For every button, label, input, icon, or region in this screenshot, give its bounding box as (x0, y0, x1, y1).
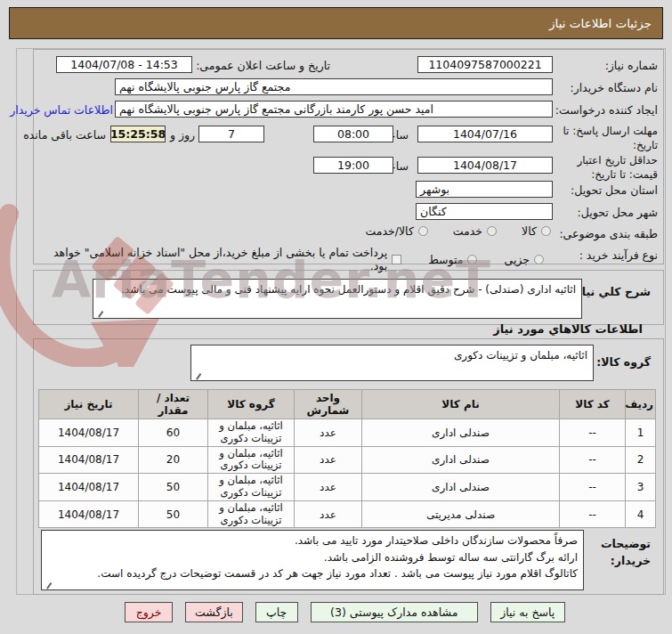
need-description-textarea[interactable]: اثاثیه اداری (صندلی) - شرح دقیق اقلام و … (93, 279, 582, 319)
table-row: 1 -- صندلی اداری عدد اثاثیه، مبلمان و تز… (39, 419, 656, 447)
items-table-header-row: ردیف کد کالا نام کالا واحد شمارش گروه کا… (39, 390, 656, 419)
option-medium: متوسط (428, 253, 477, 266)
buyer-notes-textarea[interactable]: صرفاً محصولات سازندگان داخلی صلاحیتدار م… (41, 530, 584, 590)
option-goods-service: کالا/خدمت (365, 224, 427, 238)
goods-service-radio-label: کالا/خدمت (365, 224, 413, 238)
price-validity-label: حداقل تاریخ اعتبار قیمت: تا تاریخ: (549, 154, 658, 182)
treasury-checkbox-label: پرداخت تمام یا بخشی از مبلغ خرید،از محل … (34, 246, 387, 272)
page-title: جزئیات اطلاعات نیاز (9, 7, 663, 39)
remaining-days-label: روز و (170, 128, 195, 142)
goods-group-label: گروه کالا: (596, 355, 651, 369)
action-buttons: خروج بازگشت چاپ مشاهده مدارک پیوستی (3) … (125, 602, 565, 622)
items-table: ردیف کد کالا نام کالا واحد شمارش گروه کا… (38, 389, 656, 528)
service-radio-label: خدمت (453, 224, 482, 238)
purchase-process-label: نوع فرآیند خرید : (579, 248, 658, 262)
col-item-code: کد کالا (560, 390, 626, 419)
items-panel: گروه کالا: اثاثیه، مبلمان و تزیینات دکور… (33, 338, 664, 595)
need-number-label: شماره نیاز: (605, 59, 658, 72)
validity-date-field[interactable]: 1404/08/17 (417, 157, 553, 174)
response-deadline-label: مهلت ارسال پاسخ: تا تاریخ: (553, 125, 658, 152)
delivery-province-label: استان محل تحویل: (571, 183, 658, 197)
table-row: 3 -- صندلی اداری عدد اثاثیه، مبلمان و تز… (39, 474, 656, 501)
goods-group-field[interactable]: اثاثیه، مبلمان و تزیینات دکوری (190, 345, 594, 381)
delivery-city-field[interactable]: کنگان (416, 203, 553, 220)
respond-to-need-button[interactable]: پاسخ به نیاز (490, 602, 565, 622)
goods-service-radio[interactable] (418, 226, 428, 236)
buyer-note-line: صرفاً محصولات سازندگان داخلی صلاحیتدار م… (47, 532, 578, 549)
delivery-province-field[interactable]: بوشهر (416, 181, 553, 198)
treasury-checkbox[interactable] (392, 255, 401, 264)
col-need-date: تاریخ نیاز (39, 390, 139, 419)
items-section-header: اطلاعات کالاهاي مورد نیاز (493, 322, 643, 336)
request-creator-field[interactable]: امید حسن پور کارمند بازرگانی مجتمع گاز پ… (115, 101, 553, 118)
remaining-days-field: 7 (198, 126, 264, 142)
remaining-hours-label: ساعت باقی مانده (23, 128, 106, 142)
subject-class-options: کالا خدمت کالا/خدمت (365, 224, 551, 238)
buyer-org-field[interactable]: مجتمع گاز پارس جنوبی پالایشگاه نهم (115, 78, 553, 95)
col-group: گروه کالا (208, 390, 295, 419)
need-description-panel: شرح کلي نیاز: اثاثیه اداری (صندلی) - شرح… (33, 270, 664, 325)
buyer-notes-label: توضیحات خریدار: (601, 535, 651, 570)
col-row-number: ردیف (626, 390, 656, 419)
table-row: 4 -- صندلی مدیریتی عدد اثاثیه، مبلمان و … (39, 500, 656, 528)
back-button[interactable]: بازگشت (185, 602, 243, 622)
medium-radio[interactable] (467, 255, 477, 264)
need-number-field[interactable]: 1104097587000221 (417, 56, 553, 73)
general-info-panel: شماره نیاز: 1104097587000221 تاریخ و ساع… (33, 49, 664, 264)
goods-radio-label: کالا (522, 224, 537, 238)
need-description-label: شرح کلي نیاز: (571, 285, 651, 298)
medium-radio-label: متوسط (428, 253, 463, 266)
validity-time-field[interactable]: 19:00 (313, 157, 393, 174)
view-attachments-button[interactable]: مشاهده مدارک پیوستی (3) (311, 602, 478, 622)
minor-radio[interactable] (534, 255, 544, 264)
announce-datetime-field[interactable]: 1404/07/08 - 14:53 (56, 56, 192, 73)
col-quantity: تعداد / مقدار (139, 390, 208, 419)
buyer-note-line: ارائه برگ گارانتی سه ساله توسط فروشنده ا… (47, 549, 578, 566)
option-treasury-payment: پرداخت تمام یا بخشی از مبلغ خرید،از محل … (34, 246, 401, 272)
table-row: 2 -- صندلی اداری عدد اثاثیه، مبلمان و تز… (39, 446, 656, 474)
buyer-contact-link[interactable]: اطلاعات تماس خریدار (10, 103, 113, 117)
col-item-name: نام کالا (362, 390, 560, 419)
print-button[interactable]: چاپ (255, 602, 298, 622)
service-radio[interactable] (487, 226, 497, 236)
buyer-note-line: کاتالوگ اقلام مورد نیاز پیوست می باشد . … (47, 565, 578, 582)
option-service: خدمت (453, 224, 497, 238)
option-goods: کالا (522, 224, 551, 238)
buyer-org-label: نام دستگاه خریدار: (571, 81, 658, 94)
deadline-time-field[interactable]: 08:00 (313, 126, 393, 142)
announce-datetime-label: تاریخ و ساعت اعلان عمومی: (196, 59, 330, 72)
purchase-process-options: جزیی متوسط پرداخت تمام یا بخشی از مبلغ خ… (34, 246, 544, 272)
goods-radio[interactable] (541, 226, 551, 236)
col-unit: واحد شمارش (295, 390, 362, 419)
option-minor: جزیی (504, 253, 544, 266)
deadline-date-field[interactable]: 1404/07/16 (417, 126, 553, 142)
delivery-city-label: شهر محل تحویل: (578, 206, 658, 219)
exit-button[interactable]: خروج (125, 602, 173, 622)
minor-radio-label: جزیی (504, 253, 530, 266)
remaining-time-field: 15:25:58 (110, 126, 166, 142)
request-creator-label: ایجاد کننده درخواست: (555, 103, 658, 117)
subject-class-label: طبقه بندی موضوعی: (559, 227, 658, 240)
